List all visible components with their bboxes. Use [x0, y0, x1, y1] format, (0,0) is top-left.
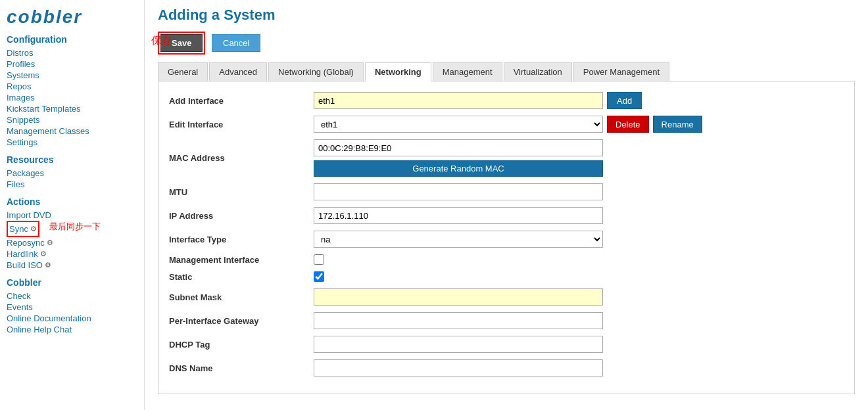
- gear-icon-reposync: ⚙: [47, 239, 53, 247]
- dns-name-label: DNS Name: [169, 363, 314, 373]
- tab-general[interactable]: General: [158, 62, 208, 81]
- delete-interface-button[interactable]: Delete: [607, 116, 649, 133]
- logo: cobbler: [7, 7, 144, 28]
- dhcp-tag-row: DHCP Tag: [169, 336, 844, 353]
- sidebar-check[interactable]: Check: [7, 290, 144, 302]
- main-content: 保存 Adding a System Save Cancel General A…: [145, 0, 868, 410]
- mtu-input[interactable]: [314, 183, 603, 200]
- sidebar-distros[interactable]: Distros: [7, 47, 144, 58]
- interface-type-label: Interface Type: [169, 235, 314, 244]
- interface-type-select[interactable]: na bond bond_slave bridge bridge_slave b…: [314, 231, 603, 248]
- mac-address-label: MAC Address: [169, 153, 314, 163]
- sidebar-packages[interactable]: Packages: [7, 168, 144, 179]
- ip-address-label: IP Address: [169, 211, 314, 221]
- sidebar-kickstart[interactable]: Kickstart Templates: [7, 103, 144, 114]
- management-interface-checkbox[interactable]: [314, 254, 324, 265]
- static-checkbox[interactable]: [314, 271, 324, 282]
- static-row: Static: [169, 271, 844, 282]
- sidebar-section-cobbler: Cobbler: [7, 277, 144, 288]
- gear-icon: ⚙: [30, 225, 37, 233]
- tab-networking-global[interactable]: Networking (Global): [268, 62, 364, 81]
- sidebar-systems[interactable]: Systems: [7, 70, 144, 81]
- sidebar-mgmt-classes[interactable]: Management Classes: [7, 125, 144, 137]
- interface-type-row: Interface Type na bond bond_slave bridge…: [169, 231, 844, 248]
- add-interface-row: Add Interface Add: [169, 92, 844, 109]
- add-interface-button[interactable]: Add: [607, 92, 642, 109]
- tab-power-management[interactable]: Power Management: [573, 62, 669, 81]
- sync-container: Sync ⚙ 最后同步一下: [7, 221, 39, 237]
- sync-annotation: 最后同步一下: [49, 221, 101, 233]
- edit-interface-row: Edit Interface eth1 Delete Rename: [169, 116, 844, 133]
- dhcp-tag-input[interactable]: [314, 336, 603, 353]
- management-interface-label: Management Interface: [169, 255, 314, 265]
- tab-virtualization[interactable]: Virtualization: [504, 62, 572, 81]
- per-interface-gateway-label: Per-Interface Gateway: [169, 316, 314, 326]
- gear-icon-hardlink: ⚙: [40, 250, 47, 258]
- add-interface-label: Add Interface: [169, 96, 314, 106]
- mac-address-row: MAC Address Generate Random MAC: [169, 139, 844, 177]
- subnet-mask-row: Subnet Mask: [169, 288, 844, 306]
- dns-name-row: DNS Name: [169, 359, 844, 376]
- mtu-row: MTU: [169, 183, 844, 200]
- dns-name-input[interactable]: [314, 359, 603, 376]
- edit-interface-controls: eth1 Delete Rename: [314, 116, 702, 133]
- sidebar-profiles[interactable]: Profiles: [7, 58, 144, 70]
- generate-mac-button[interactable]: Generate Random MAC: [314, 160, 603, 177]
- sidebar-section-resources: Resources: [7, 154, 144, 165]
- subnet-mask-input[interactable]: [314, 288, 603, 306]
- sidebar: cobbler Configuration Distros Profiles S…: [0, 0, 145, 410]
- add-interface-controls: Add: [314, 92, 642, 109]
- per-interface-gateway-input[interactable]: [314, 312, 603, 329]
- sidebar-sync[interactable]: Sync ⚙: [9, 223, 37, 235]
- form-area: Add Interface Add Edit Interface eth1 De…: [158, 81, 855, 394]
- tab-management[interactable]: Management: [433, 62, 502, 81]
- sidebar-files[interactable]: Files: [7, 179, 144, 190]
- sync-highlight-box: Sync ⚙: [7, 221, 39, 237]
- sidebar-help[interactable]: Online Help Chat: [7, 324, 144, 335]
- sidebar-section-configuration: Configuration: [7, 34, 144, 45]
- sidebar-docs[interactable]: Online Documentation: [7, 313, 144, 324]
- add-interface-input[interactable]: [314, 92, 603, 109]
- sidebar-events[interactable]: Events: [7, 302, 144, 313]
- cancel-button[interactable]: Cancel: [212, 34, 260, 52]
- toolbar: Save Cancel: [158, 32, 855, 55]
- mtu-label: MTU: [169, 187, 314, 197]
- sidebar-repos[interactable]: Repos: [7, 81, 144, 92]
- tab-advanced[interactable]: Advanced: [209, 62, 267, 81]
- sidebar-hardlink[interactable]: Hardlink ⚙: [7, 248, 144, 260]
- management-interface-row: Management Interface: [169, 254, 844, 265]
- sidebar-build-iso[interactable]: Build ISO ⚙: [7, 260, 144, 271]
- logo-text: cobbler: [7, 7, 82, 27]
- sidebar-import-dvd[interactable]: Import DVD: [7, 210, 144, 221]
- sidebar-images[interactable]: Images: [7, 92, 144, 103]
- ip-address-row: IP Address: [169, 207, 844, 224]
- sidebar-snippets[interactable]: Snippets: [7, 114, 144, 125]
- sidebar-settings[interactable]: Settings: [7, 137, 144, 148]
- tabs-bar: General Advanced Networking (Global) Net…: [158, 62, 855, 81]
- dhcp-tag-label: DHCP Tag: [169, 340, 314, 350]
- sidebar-reposync[interactable]: Reposync ⚙: [7, 237, 144, 248]
- tab-networking[interactable]: Networking: [365, 62, 431, 81]
- sidebar-section-actions: Actions: [7, 196, 144, 207]
- edit-interface-label: Edit Interface: [169, 120, 314, 129]
- per-interface-gateway-row: Per-Interface Gateway: [169, 312, 844, 329]
- gear-icon-build-iso: ⚙: [45, 261, 51, 269]
- edit-interface-select[interactable]: eth1: [314, 116, 603, 133]
- subnet-mask-label: Subnet Mask: [169, 292, 314, 302]
- mac-address-controls: Generate Random MAC: [314, 139, 603, 177]
- page-title: Adding a System: [158, 7, 855, 24]
- ip-address-input[interactable]: [314, 207, 603, 224]
- static-label: Static: [169, 272, 314, 282]
- mac-address-input[interactable]: [314, 139, 603, 156]
- save-annotation: 保存: [151, 34, 172, 48]
- rename-interface-button[interactable]: Rename: [653, 116, 702, 133]
